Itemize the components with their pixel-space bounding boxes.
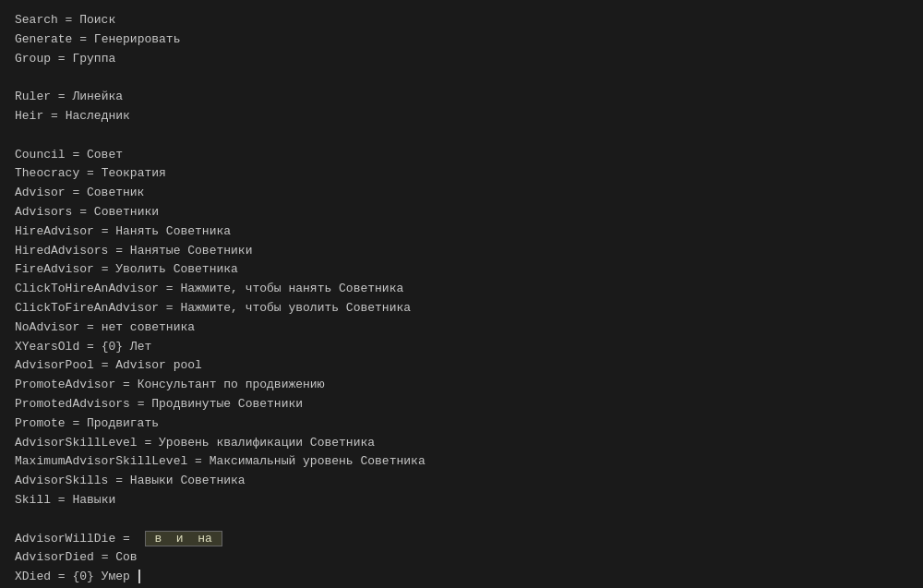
line-separator: = <box>115 532 137 546</box>
line-separator: = <box>79 320 101 334</box>
line-key: AdvisorWillDie <box>15 532 115 546</box>
key-value-line: NoAdvisor = нет советника <box>15 318 908 338</box>
line-value: Уровень квалификации Советника <box>159 436 375 450</box>
key-value-line: Advisors = Советники <box>15 203 908 222</box>
line-value: Навыки <box>72 493 115 507</box>
tooltip-popup: в и на <box>145 531 222 546</box>
key-value-line: FireAdvisor = Уволить Советника <box>15 260 908 280</box>
line-separator: = <box>130 397 151 411</box>
line-separator: = <box>66 148 87 162</box>
key-value-line: Ruler = Линейка <box>15 88 908 107</box>
key-value-line: ClickToHireAnAdvisor = Нажмите, чтобы на… <box>15 280 908 299</box>
line-value: Консультант по продвижению <box>138 378 325 391</box>
line-value: Нажмите, чтобы уволить Советника <box>180 301 411 315</box>
key-value-line: MaximumAdvisorSkillLevel = Максимальный … <box>15 452 908 472</box>
line-value: Нажмите, чтобы нанять Советника <box>180 282 403 295</box>
line-separator: = <box>79 340 101 354</box>
line-value: Продвигать <box>87 416 159 430</box>
line-separator: = <box>94 262 115 276</box>
line-value: Советники <box>94 205 159 219</box>
line-value: Советник <box>87 186 144 199</box>
key-value-line: HiredAdvisors = Нанятые Советники <box>15 242 908 261</box>
line-separator: = <box>43 109 65 123</box>
line-key: HireAdvisor <box>15 224 94 238</box>
key-value-line: AdvisorDied = Сов <box>15 548 908 568</box>
line-key: Promote <box>15 416 66 430</box>
key-value-line: Search = Поиск <box>15 11 908 30</box>
line-value: Advisor pool <box>115 358 202 372</box>
line-value: Поиск <box>79 13 115 27</box>
line-separator: = <box>51 90 72 103</box>
line-value: {0} Лет <box>102 340 152 354</box>
line-separator: = <box>115 378 137 391</box>
line-separator: = <box>79 166 101 180</box>
line-key: NoAdvisor <box>15 320 79 334</box>
key-value-line: AdvisorSkillLevel = Уровень квалификации… <box>15 434 908 453</box>
line-value: Нанятые Советники <box>130 244 253 258</box>
line-separator: = <box>187 454 209 468</box>
line-separator: = <box>159 282 180 295</box>
line-key: XYearsOld <box>15 340 79 354</box>
line-separator: = <box>66 186 87 199</box>
line-value: нет советника <box>102 320 195 334</box>
line-key: Advisor <box>15 186 66 199</box>
key-value-line: ClickToFireAnAdvisor = Нажмите, чтобы ув… <box>15 299 908 318</box>
line-separator: = <box>94 224 115 238</box>
empty-line <box>15 126 908 146</box>
key-value-line: XYearsOld = {0} Лет <box>15 338 908 357</box>
line-key: AdvisorSkillLevel <box>15 436 138 450</box>
empty-line <box>15 510 908 530</box>
line-value: Совет <box>87 148 123 162</box>
line-key: Generate <box>15 32 72 46</box>
key-value-line: Generate = Генерировать <box>15 30 908 50</box>
line-value: Максимальный уровень Советника <box>210 454 426 468</box>
line-key: ClickToHireAnAdvisor <box>15 282 159 295</box>
line-key: Skill <box>15 493 51 507</box>
key-value-line: Heir = Наследник <box>15 107 908 126</box>
line-value: Навыки Советника <box>130 474 246 487</box>
line-key: HiredAdvisors <box>15 244 108 258</box>
key-value-line: Promote = Продвигать <box>15 414 908 434</box>
line-separator: = <box>51 570 72 583</box>
line-separator: = <box>94 550 115 564</box>
line-value: Генерировать <box>94 32 181 46</box>
line-value: Наследник <box>66 109 130 123</box>
line-key: AdvisorDied <box>15 550 94 564</box>
line-key: PromotedAdvisors <box>15 397 130 411</box>
line-separator: = <box>138 436 159 450</box>
line-key: AdvisorPool <box>15 358 94 372</box>
line-key: PromoteAdvisor <box>15 378 115 391</box>
line-key: ClickToFireAnAdvisor <box>15 301 159 315</box>
key-value-line: Skill = Навыки <box>15 491 908 510</box>
line-separator: = <box>51 52 72 66</box>
line-value: Группа <box>72 52 115 66</box>
line-separator: = <box>159 301 180 315</box>
key-value-line: Group = Группа <box>15 50 908 69</box>
line-separator: = <box>58 13 79 27</box>
line-key: Council <box>15 148 66 162</box>
line-value: Теократия <box>102 166 166 180</box>
key-value-line: AdvisorPool = Advisor pool <box>15 356 908 376</box>
key-value-line: AdvisorWillDie = в и на <box>15 530 908 549</box>
key-value-line: HireAdvisor = Нанять Советника <box>15 222 908 242</box>
line-key: Search <box>15 13 58 27</box>
key-value-line: PromotedAdvisors = Продвинутые Советники <box>15 395 908 414</box>
line-key: FireAdvisor <box>15 262 94 276</box>
line-value: Продвинутые Советники <box>151 397 303 411</box>
empty-line <box>15 68 908 88</box>
line-key: Advisors <box>15 205 72 219</box>
key-value-line: Advisor = Советник <box>15 184 908 203</box>
key-value-line: PromoteAdvisor = Консультант по продвиже… <box>15 376 908 395</box>
line-value: Линейка <box>72 90 123 103</box>
line-separator: = <box>108 244 129 258</box>
line-value: Нанять Советника <box>115 224 231 238</box>
line-separator: = <box>66 416 87 430</box>
key-value-line: Theocracy = Теократия <box>15 164 908 184</box>
line-separator: = <box>51 493 72 507</box>
line-value: Сов <box>115 550 137 564</box>
cursor-indicator <box>131 570 140 583</box>
line-key: AdvisorSkills <box>15 474 108 487</box>
line-key: MaximumAdvisorSkillLevel <box>15 454 187 468</box>
line-key: Heir <box>15 109 43 123</box>
line-separator: = <box>72 32 93 46</box>
